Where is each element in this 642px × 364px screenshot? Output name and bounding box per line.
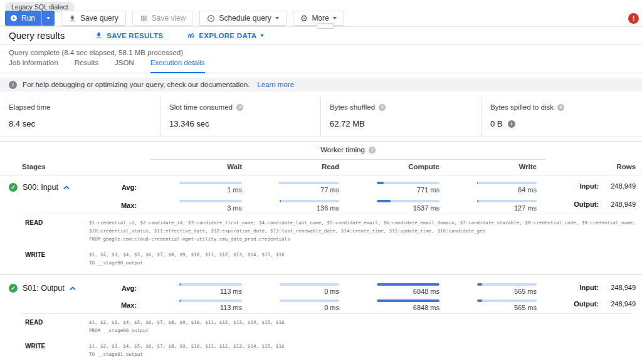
editor-toolbar: Run Save query Save view Schedule query … <box>5 11 344 26</box>
write-code: $1, $2, $3, $4, $5, $6, $7, $8, $9, $10,… <box>89 251 642 267</box>
write-label: WRITE <box>0 342 89 358</box>
tab-job-information[interactable]: Job information <box>9 59 58 73</box>
bar-cell-write-max: 127 ms <box>448 195 545 213</box>
read-label: READ <box>0 219 89 243</box>
avg-row-label: Avg: <box>122 284 137 292</box>
metric-elapsed-time: Elapsed time 8.4 sec <box>0 97 160 137</box>
metric-value: 0 B <box>490 119 503 128</box>
bar-cell-wait-avg: 113 ms <box>150 278 251 295</box>
metric-label: Bytes spilled to disk <box>490 103 554 111</box>
chevron-down-icon <box>333 17 337 19</box>
bar-cell-compute-avg: 771 ms <box>348 177 448 195</box>
col-header-write: Write <box>448 163 545 170</box>
query-status-text: Query complete (8.4 sec elapsed, 58.1 MB… <box>9 49 183 56</box>
more-label: More <box>312 14 329 23</box>
stage-success-icon: ✓ <box>9 284 18 293</box>
bar-cell-write-avg: 565 ms <box>448 278 545 295</box>
bar-cell-read-avg: 0 ms <box>251 278 348 295</box>
rows-output-cell: Output: 248,949 <box>545 294 642 313</box>
explore-data-label: EXPLORE DATA <box>199 32 256 39</box>
help-icon[interactable]: ? <box>236 104 243 111</box>
stage-details-s00: READ $1:credential_id, $2:candidate_id, … <box>0 214 642 274</box>
save-view-label: Save view <box>152 14 186 23</box>
worker-timing-header: Worker timing ? Stages Wait Read Compute… <box>0 141 642 175</box>
col-header-wait: Wait <box>150 163 251 170</box>
stage-name: S01: Output <box>23 284 65 293</box>
schedule-query-button[interactable]: Schedule query <box>199 11 286 26</box>
error-badge[interactable]: ! <box>628 13 639 24</box>
run-button-label: Run <box>21 14 35 23</box>
help-icon[interactable]: ? <box>379 104 386 111</box>
bar-cell-compute-avg: 6848 ms <box>348 278 448 295</box>
info-icon[interactable]: i <box>508 120 515 128</box>
metric-label: Bytes shuffled <box>330 103 375 111</box>
stage-row-s00: ✓ S00: Input Avg: 1 ms 77 ms 771 ms 64 m… <box>0 175 642 214</box>
tab-results[interactable]: Results <box>75 59 98 73</box>
bar-chart-icon <box>187 31 195 39</box>
save-query-button[interactable]: Save query <box>61 11 126 26</box>
help-banner-text: For help debugging or optimizing your qu… <box>23 81 250 88</box>
bar-cell-read-avg: 77 ms <box>251 177 348 195</box>
bar-cell-compute-max: 6848 ms <box>348 294 448 313</box>
rows-input-cell: Input: 248,949 <box>545 177 642 195</box>
run-button[interactable]: Run <box>5 11 55 26</box>
bar-cell-read-max: 0 ms <box>251 294 348 313</box>
table-column-headers: Stages Wait Read Compute Write Rows <box>0 163 642 170</box>
chevron-down-icon <box>260 34 264 37</box>
schedule-query-label: Schedule query <box>219 14 271 23</box>
stage-details-s01: READ $1, $2, $3, $4, $5, $6, $7, $8, $9,… <box>0 314 642 364</box>
read-code: $1, $2, $3, $4, $5, $6, $7, $8, $9, $10,… <box>89 318 642 335</box>
write-label: WRITE <box>0 251 89 267</box>
stages-table: ✓ S00: Input Avg: 1 ms 77 ms 771 ms 64 m… <box>0 175 642 364</box>
run-dropdown-button[interactable] <box>41 11 55 26</box>
save-view-button[interactable]: Save view <box>132 11 194 26</box>
metric-slot-time: Slot time consumed? 13.346 sec <box>160 97 321 137</box>
rows-output-cell: Output: 248,949 <box>545 195 642 213</box>
info-icon: i <box>9 81 17 89</box>
stage-success-icon: ✓ <box>9 183 18 192</box>
metric-bytes-spilled: Bytes spilled to disk? 0 Bi <box>482 97 642 137</box>
col-header-read: Read <box>251 163 348 170</box>
max-row-label: Max: <box>121 301 137 309</box>
learn-more-link[interactable]: Learn more <box>257 81 294 88</box>
explore-data-button[interactable]: EXPLORE DATA <box>187 31 264 39</box>
metric-bytes-shuffled: Bytes shuffled? 62.72 MB <box>321 97 482 137</box>
chevron-up-icon[interactable] <box>63 184 70 190</box>
col-header-compute: Compute <box>348 163 448 170</box>
tab-json[interactable]: JSON <box>115 59 134 73</box>
avg-row-label: Avg: <box>122 184 137 191</box>
download-icon <box>95 31 103 39</box>
col-header-rows: Rows <box>545 163 642 170</box>
bar-cell-wait-max: 3 ms <box>150 195 251 213</box>
col-header-stages: Stages <box>0 163 150 170</box>
save-results-label: SAVE RESULTS <box>107 32 163 39</box>
help-icon[interactable]: ? <box>557 104 564 111</box>
chevron-up-icon[interactable] <box>70 285 76 291</box>
metric-value: 62.72 MB <box>330 119 365 128</box>
chevron-down-icon <box>275 17 279 19</box>
play-circle-icon <box>10 14 18 22</box>
save-results-button[interactable]: SAVE RESULTS <box>95 31 163 39</box>
chevron-down-icon <box>46 17 50 19</box>
metric-label: Slot time consumed <box>169 103 233 111</box>
help-banner: i For help debugging or optimizing your … <box>0 78 642 91</box>
help-icon[interactable]: ? <box>369 147 376 153</box>
max-row-label: Max: <box>121 202 137 209</box>
metrics-row: Elapsed time 8.4 sec Slot time consumed?… <box>0 97 642 137</box>
worker-timing-rule <box>150 159 545 160</box>
gear-icon: ⚙ <box>300 14 308 23</box>
download-icon <box>68 14 76 23</box>
metric-value: 13.346 sec <box>169 119 209 128</box>
clock-icon <box>207 14 215 23</box>
bar-cell-compute-max: 1537 ms <box>348 195 448 213</box>
stage-name: S00: Input <box>23 183 58 192</box>
save-query-label: Save query <box>80 14 118 23</box>
metric-value: 8.4 sec <box>9 119 35 128</box>
tab-execution-details[interactable]: Execution details <box>150 59 205 73</box>
read-label: READ <box>0 318 89 335</box>
read-code: $1:credential_id, $2:candidate_id, $3:ca… <box>89 219 642 243</box>
results-tabs: Job information Results JSON Execution d… <box>9 59 642 73</box>
bar-cell-write-max: 565 ms <box>448 294 545 313</box>
grid-table-icon <box>140 14 148 23</box>
write-code: $1, $2, $3, $4, $5, $6, $7, $8, $9, $10,… <box>89 342 642 358</box>
